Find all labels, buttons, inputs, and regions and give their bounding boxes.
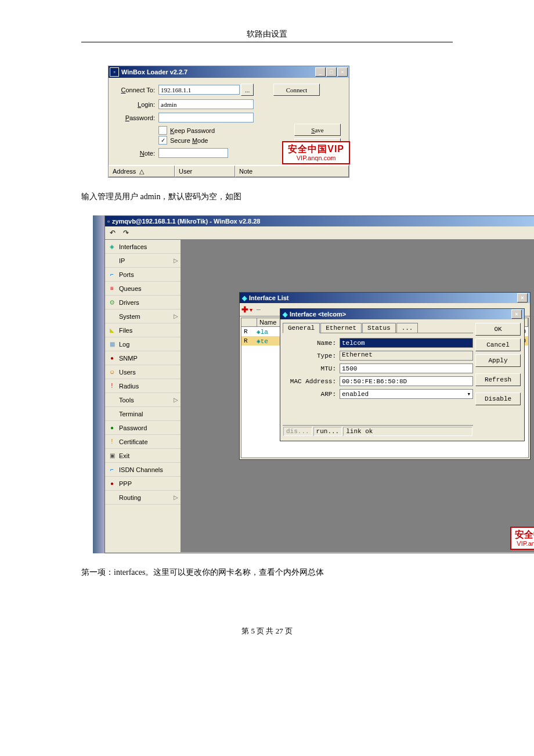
menu-label: Password xyxy=(119,424,147,431)
tab-status[interactable]: Status xyxy=(362,323,396,333)
minimize-button[interactable]: _ xyxy=(315,67,326,77)
menu-icon xyxy=(107,312,117,321)
mac-label: MAC Address: xyxy=(283,378,340,385)
browse-button[interactable]: ... xyxy=(241,84,254,96)
col-address[interactable]: Address △ xyxy=(109,165,175,177)
watermark-stamp: 安全中 VIP.anqr xyxy=(510,527,534,550)
interface-list-titlebar[interactable]: ◈ Interface List × xyxy=(240,293,530,303)
apply-button[interactable]: Apply xyxy=(475,354,521,367)
sidebar-item-terminal[interactable]: Terminal xyxy=(105,407,181,421)
keep-password-checkbox[interactable] xyxy=(158,126,167,135)
close-icon[interactable]: × xyxy=(511,309,522,319)
password-label: Password: xyxy=(113,114,158,121)
add-dropdown-icon[interactable]: ▾ xyxy=(250,307,252,313)
login-label: Login: xyxy=(113,101,158,108)
login-input[interactable] xyxy=(158,99,254,109)
winbox-titlebar: ▫ zymqvb@192.168.1.1 (MikroTik) - WinBox… xyxy=(105,216,534,226)
menu-label: SNMP xyxy=(119,355,138,362)
close-icon[interactable]: × xyxy=(517,293,528,303)
cancel-button[interactable]: Cancel xyxy=(475,339,521,351)
menu-icon: ⊙ xyxy=(107,298,117,307)
col-user[interactable]: User xyxy=(175,165,235,177)
sidebar-item-ppp[interactable]: ●PPP xyxy=(105,477,181,491)
dialog-tabs: General Ethernet Status ... xyxy=(283,323,473,333)
sidebar-item-users[interactable]: ☺Users xyxy=(105,365,181,379)
loader-titlebar: ▫ WinBox Loader v2.2.7 _ □ × xyxy=(109,66,349,78)
winbox-title: zymqvb@192.168.1.1 (MikroTik) - WinBox v… xyxy=(112,218,261,225)
disable-button[interactable]: Disable xyxy=(475,393,521,405)
type-value: Ethernet xyxy=(340,351,473,361)
connect-to-input[interactable] xyxy=(158,85,240,95)
note-label: Note: xyxy=(113,150,158,157)
undo-button[interactable]: ↶ xyxy=(106,227,119,239)
mtu-input[interactable] xyxy=(340,363,473,373)
sidebar-item-password[interactable]: ●Password xyxy=(105,421,181,435)
sidebar-item-files[interactable]: ◣Files xyxy=(105,323,181,337)
redo-button[interactable]: ↷ xyxy=(120,227,132,239)
note-input[interactable] xyxy=(158,148,228,158)
save-button[interactable]: Save xyxy=(294,124,341,136)
menu-label: Certificate xyxy=(119,438,148,445)
maximize-button[interactable]: □ xyxy=(326,67,337,77)
connect-to-label: Connect To: xyxy=(113,87,158,93)
sidebar-item-routing[interactable]: Routing▷ xyxy=(105,491,181,505)
submenu-arrow-icon: ▷ xyxy=(174,494,178,501)
sidebar-item-ports[interactable]: ⌐Ports xyxy=(105,268,181,282)
sidebar-item-exit[interactable]: ▣Exit xyxy=(105,449,181,463)
sidebar-item-log[interactable]: ▦Log xyxy=(105,337,181,351)
ok-button[interactable]: OK xyxy=(475,323,521,336)
work-area: ◈ Interface List × ✚ ▾ − xyxy=(181,240,534,552)
interface-dialog: ◈ Interface <telcom> × General Ethernet … xyxy=(280,308,525,441)
sidebar-item-queues[interactable]: ≡Queues xyxy=(105,282,181,296)
title-underline xyxy=(81,42,453,42)
tab-general[interactable]: General xyxy=(283,323,320,333)
password-input[interactable] xyxy=(158,113,254,123)
menu-label: Routing xyxy=(119,494,141,501)
winbox-loader-window: ▫ WinBox Loader v2.2.7 _ □ × Connect To:… xyxy=(108,66,349,178)
menu-label: System xyxy=(119,313,140,320)
arp-label: ARP: xyxy=(283,391,340,398)
secure-mode-checkbox[interactable]: ✓ xyxy=(158,136,167,145)
menu-icon: ! xyxy=(107,437,117,447)
sidebar-item-interfaces[interactable]: ◈Interfaces xyxy=(105,240,181,254)
menu-label: Radius xyxy=(119,383,139,390)
sidebar-item-radius[interactable]: !Radius xyxy=(105,379,181,393)
name-input[interactable] xyxy=(340,338,473,348)
sidebar-item-drivers[interactable]: ⊙Drivers xyxy=(105,296,181,309)
refresh-button[interactable]: Refresh xyxy=(475,373,521,386)
sidebar-item-snmp[interactable]: ●SNMP xyxy=(105,351,181,365)
menu-label: Interfaces xyxy=(119,243,147,250)
app-icon: ▫ xyxy=(107,218,110,225)
menu-label: PPP xyxy=(119,480,132,487)
mac-input[interactable] xyxy=(340,376,473,386)
server-list-header: Address △ User Note xyxy=(109,165,349,177)
remove-button[interactable]: − xyxy=(256,305,261,314)
sidebar-item-isdn-channels[interactable]: ⌐ISDN Channels xyxy=(105,463,181,477)
menu-icon: ! xyxy=(107,381,117,391)
connect-button[interactable]: Connect xyxy=(273,84,320,96)
col-flag[interactable] xyxy=(241,318,257,326)
menu-icon: ● xyxy=(107,479,117,488)
secure-mode-label: Secure Mode xyxy=(170,137,208,144)
sidebar-item-certificate[interactable]: !Certificate xyxy=(105,435,181,449)
submenu-arrow-icon: ▷ xyxy=(174,313,178,319)
sidebar-item-tools[interactable]: Tools▷ xyxy=(105,393,181,407)
diamond-icon: ◈ xyxy=(242,294,247,302)
submenu-arrow-icon: ▷ xyxy=(174,397,178,403)
menu-icon xyxy=(107,409,117,419)
sidebar-item-system[interactable]: System▷ xyxy=(105,309,181,323)
col-note[interactable]: Note xyxy=(235,165,349,177)
close-button[interactable]: × xyxy=(337,67,348,77)
menu-label: Exit xyxy=(119,452,129,459)
sidebar-item-ip[interactable]: IP▷ xyxy=(105,254,181,268)
arp-select[interactable]: enabled▾ xyxy=(340,389,473,399)
menu-label: Drivers xyxy=(119,299,139,306)
add-button[interactable]: ✚ xyxy=(241,305,248,314)
mtu-label: MTU: xyxy=(283,365,340,372)
tab-more[interactable]: ... xyxy=(396,323,418,333)
interface-dialog-titlebar[interactable]: ◈ Interface <telcom> × xyxy=(280,309,524,319)
tab-ethernet[interactable]: Ethernet xyxy=(320,323,362,333)
document-title: 软路由设置 xyxy=(0,29,534,39)
watermark-stamp: 安全中国VIP VIP.anqn.com xyxy=(282,141,350,164)
menu-icon: ◈ xyxy=(107,242,117,251)
